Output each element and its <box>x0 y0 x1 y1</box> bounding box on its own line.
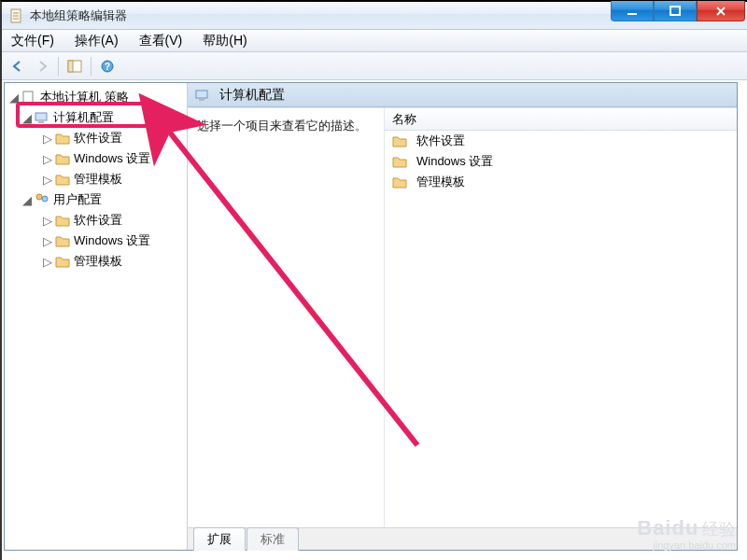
tree-user-config[interactable]: ◢ 用户配置 <box>5 189 187 210</box>
tree-label: 管理模板 <box>74 253 122 270</box>
svg-rect-9 <box>68 61 73 72</box>
column-name: 名称 <box>392 111 416 128</box>
toolbar-separator <box>91 57 92 76</box>
details-body: 选择一个项目来查看它的描述。 名称 软件设置 Windows 设置 管理模板 <box>188 107 737 550</box>
list-column-header[interactable]: 名称 <box>385 108 737 131</box>
tree-root[interactable]: ◢ 本地计算机 策略 <box>5 87 187 107</box>
tree-root-label: 本地计算机 策略 <box>40 89 129 105</box>
tree-item-windows[interactable]: ▷ Windows 设置 <box>5 231 187 251</box>
titlebar: 本地组策略编辑器 <box>2 2 747 30</box>
window-controls <box>611 1 745 21</box>
menu-help[interactable]: 帮助(H) <box>199 31 250 51</box>
svg-rect-14 <box>38 121 44 123</box>
list-item[interactable]: Windows 设置 <box>385 151 737 172</box>
description-text: 选择一个项目来查看它的描述。 <box>197 119 367 133</box>
svg-rect-4 <box>627 13 637 15</box>
toolbar-separator <box>58 57 59 76</box>
description-column: 选择一个项目来查看它的描述。 <box>188 108 384 550</box>
details-header-title: 计算机配置 <box>219 87 285 104</box>
list-item-label: 管理模板 <box>416 174 465 190</box>
svg-rect-13 <box>35 113 47 120</box>
folder-icon <box>55 131 70 146</box>
tree-item-templates[interactable]: ▷ 管理模板 <box>5 169 187 189</box>
help-button[interactable]: ? <box>97 56 118 77</box>
expand-icon[interactable]: ▷ <box>42 215 53 226</box>
tree-pane: ◢ 本地计算机 策略 ◢ 计算机配置 ▷ 软件设置 ▷ Windows 设置 ▷… <box>5 83 188 550</box>
expand-icon[interactable]: ▷ <box>42 256 53 267</box>
svg-rect-12 <box>23 91 33 103</box>
folder-icon <box>55 233 70 248</box>
show-hide-tree-button[interactable] <box>64 56 85 77</box>
users-icon <box>35 192 49 207</box>
svg-point-16 <box>42 196 48 202</box>
expand-icon[interactable]: ▷ <box>42 235 53 246</box>
list-item-label: Windows 设置 <box>416 153 493 170</box>
app-icon <box>9 8 24 23</box>
list-item[interactable]: 软件设置 <box>385 131 737 151</box>
list-item-label: 软件设置 <box>416 133 465 149</box>
tree-label: 软件设置 <box>74 130 122 147</box>
list-column: 名称 软件设置 Windows 设置 管理模板 <box>384 108 737 550</box>
menu-action[interactable]: 操作(A) <box>71 31 122 51</box>
maximize-button[interactable] <box>654 1 697 21</box>
menubar: 文件(F) 操作(A) 查看(V) 帮助(H) <box>2 30 747 52</box>
tree-item-software[interactable]: ▷ 软件设置 <box>5 210 187 231</box>
expand-icon[interactable]: ▷ <box>42 133 53 144</box>
expand-icon[interactable]: ▷ <box>42 153 53 164</box>
collapse-icon[interactable]: ◢ <box>21 194 33 205</box>
toolbar: ? <box>2 52 747 80</box>
policy-icon <box>21 90 36 105</box>
back-button[interactable] <box>7 56 28 77</box>
tree-computer-config[interactable]: ◢ 计算机配置 <box>5 107 187 128</box>
tree-label: 软件设置 <box>74 212 122 229</box>
folder-icon <box>55 172 70 187</box>
expand-icon[interactable]: ▷ <box>42 174 53 185</box>
forward-button[interactable] <box>32 56 52 77</box>
tab-strip: 扩展 标准 <box>188 527 737 550</box>
folder-icon <box>55 213 70 228</box>
folder-icon <box>55 254 70 269</box>
tree-label: 管理模板 <box>74 171 122 188</box>
client-area: ◢ 本地计算机 策略 ◢ 计算机配置 ▷ 软件设置 ▷ Windows 设置 ▷… <box>4 82 738 551</box>
svg-rect-18 <box>199 99 204 101</box>
tree-label: Windows 设置 <box>74 150 150 167</box>
tree-item-software[interactable]: ▷ 软件设置 <box>5 128 187 148</box>
computer-icon <box>35 110 49 125</box>
svg-rect-17 <box>196 91 207 98</box>
window-title: 本地组策略编辑器 <box>30 7 127 24</box>
tab-standard[interactable]: 标准 <box>247 527 299 551</box>
close-button[interactable] <box>697 1 745 21</box>
folder-icon <box>392 175 407 189</box>
collapse-icon[interactable]: ◢ <box>21 112 33 123</box>
svg-point-15 <box>36 194 42 200</box>
folder-icon <box>55 151 70 166</box>
folder-icon <box>392 154 407 169</box>
collapse-icon[interactable]: ◢ <box>8 91 20 103</box>
tree-item-windows[interactable]: ▷ Windows 设置 <box>5 148 187 169</box>
tab-extended[interactable]: 扩展 <box>193 527 246 551</box>
minimize-button[interactable] <box>611 1 654 21</box>
list-item[interactable]: 管理模板 <box>385 172 737 192</box>
details-header: 计算机配置 <box>188 83 737 107</box>
computer-icon <box>195 88 210 103</box>
tree-label: 计算机配置 <box>53 109 114 126</box>
folder-icon <box>392 133 407 148</box>
tree-label: 用户配置 <box>53 191 102 208</box>
svg-text:?: ? <box>105 62 110 72</box>
details-pane: 计算机配置 选择一个项目来查看它的描述。 名称 软件设置 Windows 设置 <box>188 83 737 550</box>
tree-label: Windows 设置 <box>74 232 150 249</box>
svg-rect-5 <box>670 7 680 15</box>
tree-item-templates[interactable]: ▷ 管理模板 <box>5 251 187 272</box>
menu-view[interactable]: 查看(V) <box>135 31 187 51</box>
menu-file[interactable]: 文件(F) <box>7 31 58 51</box>
